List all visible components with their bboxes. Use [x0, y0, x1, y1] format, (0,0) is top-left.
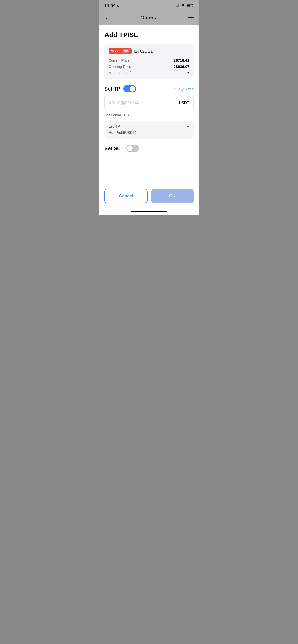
svg-rect-6	[193, 5, 194, 6]
est-tp-row: Est. TP --	[109, 124, 189, 128]
svg-rect-3	[178, 4, 179, 7]
by-ratio-label: By Ratio	[179, 87, 194, 91]
set-tp-title-row: Set TP	[104, 85, 136, 92]
badge-separator: ·	[121, 49, 122, 53]
by-ratio-icon: ⇆	[174, 86, 178, 91]
svg-rect-7	[187, 5, 190, 7]
status-bar: 11:39 ➤	[99, 0, 199, 11]
toggle-knob	[130, 86, 135, 92]
opening-price-value: 28636.07	[173, 64, 189, 69]
trade-badge: Short · 5X	[109, 48, 132, 54]
status-icons	[175, 4, 194, 8]
spacer	[104, 158, 194, 185]
page-title: Add TP/SL	[104, 31, 194, 39]
ok-button[interactable]: OK	[151, 189, 194, 203]
wifi-icon	[181, 4, 185, 8]
set-sl-title-row: Set SL	[104, 145, 194, 152]
set-sl-section: Set SL	[104, 145, 194, 152]
est-tp-value: --	[187, 124, 189, 128]
trade-type: Short	[111, 49, 120, 53]
svg-rect-0	[175, 6, 175, 7]
home-bar	[131, 211, 167, 212]
menu-line-1	[188, 16, 194, 16]
set-sl-title: Set SL	[104, 145, 120, 151]
home-indicator	[99, 211, 199, 215]
sl-toggle-knob	[127, 145, 133, 151]
by-ratio-button[interactable]: ⇆ By Ratio	[174, 86, 194, 91]
leverage-label: 5X	[123, 49, 129, 53]
phone-frame: 11:39 ➤	[99, 0, 199, 215]
location-icon: ➤	[117, 4, 120, 8]
trade-header: Short · 5X BTC/USDT	[109, 48, 189, 54]
opening-price-label: Opening Price	[109, 65, 131, 69]
status-time: 11:39 ➤	[104, 4, 120, 9]
est-profit-row: Est. Profit(USDT) --	[109, 130, 189, 135]
svg-rect-2	[177, 5, 178, 7]
cancel-button[interactable]: Cancel	[104, 189, 148, 203]
nav-bar: ‹ Orders	[99, 11, 199, 25]
battery-icon	[187, 4, 194, 8]
trade-card: Short · 5X BTC/USDT Current Price 28718.…	[104, 44, 194, 79]
signal-icon	[175, 4, 179, 8]
est-profit-label: Est. Profit(USDT)	[109, 130, 136, 135]
set-tp-section: Set TP ⇆ By Ratio Set Trigger Price USDT…	[104, 85, 194, 145]
trade-pair: BTC/USDT	[134, 49, 156, 54]
est-tp-label: Est. TP	[109, 124, 120, 128]
set-tp-header: Set TP ⇆ By Ratio	[104, 85, 194, 92]
current-price-row: Current Price 28718.41	[109, 58, 189, 62]
menu-line-3	[188, 19, 194, 19]
set-tp-title: Set TP	[104, 86, 120, 92]
margin-label: Margin(USDT)	[109, 71, 131, 75]
back-button[interactable]: ‹	[104, 13, 108, 22]
menu-line-2	[188, 17, 194, 18]
bottom-buttons: Cancel OK	[99, 185, 199, 211]
margin-value: 5	[187, 71, 189, 75]
est-profit-value: --	[187, 131, 189, 135]
nav-title: Orders	[140, 15, 156, 21]
trigger-price-placeholder: Set Trigger Price	[109, 100, 139, 105]
svg-rect-1	[176, 6, 177, 7]
current-price-label: Current Price	[109, 58, 129, 62]
margin-row: Margin(USDT) 5	[109, 71, 189, 75]
time-label: 11:39	[104, 4, 115, 9]
partial-tp-row[interactable]: Set Partial TP ▾	[104, 113, 194, 117]
chevron-down-icon: ▾	[128, 113, 129, 117]
set-tp-toggle[interactable]	[123, 85, 136, 92]
svg-point-4	[183, 6, 184, 7]
menu-button[interactable]	[188, 16, 194, 19]
est-card: Est. TP -- Est. Profit(USDT) --	[104, 121, 194, 139]
trigger-price-field[interactable]: Set Trigger Price USDT	[104, 96, 194, 109]
current-price-value: 28718.41	[173, 58, 189, 62]
partial-tp-label: Set Partial TP	[104, 113, 126, 117]
opening-price-row: Opening Price 28636.07	[109, 64, 189, 69]
set-sl-toggle[interactable]	[126, 145, 139, 152]
main-content: Add TP/SL Short · 5X BTC/USDT Current Pr…	[99, 25, 199, 185]
trigger-price-unit: USDT	[179, 100, 189, 105]
